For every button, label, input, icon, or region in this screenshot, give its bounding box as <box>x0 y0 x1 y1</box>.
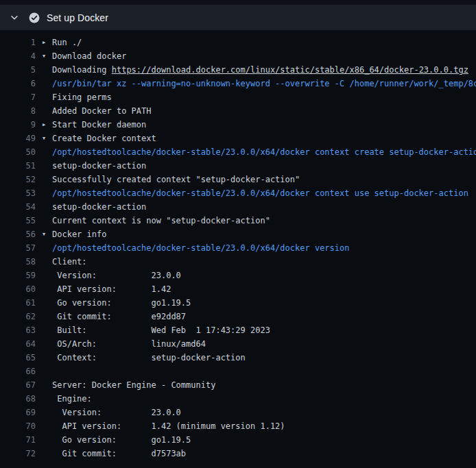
log-text: Current context is now "setup-docker-act… <box>52 214 270 227</box>
line-number[interactable]: 64 <box>0 337 36 351</box>
marker-spacer <box>43 200 52 214</box>
line-number[interactable]: 63 <box>0 323 36 337</box>
log-line: 67Server: Docker Engine - Community <box>0 378 476 392</box>
line-number[interactable]: 65 <box>0 351 36 365</box>
log-text: Git commit: d7573ab <box>52 447 186 460</box>
command-text: /opt/hostedtoolcache/docker-stable/23.0.… <box>52 241 349 255</box>
marker-spacer <box>43 433 52 447</box>
log-line: 64 OS/Arch: linux/amd64 <box>0 337 476 351</box>
log-line: 5Downloading https://download.docker.com… <box>0 63 476 77</box>
log-line: 54setup-docker-action <box>0 200 476 214</box>
line-number[interactable]: 62 <box>0 310 36 323</box>
marker-spacer <box>43 447 52 460</box>
group-title[interactable]: Docker info <box>52 227 106 241</box>
step-title: Set up Docker <box>47 12 108 23</box>
log-line: 66 <box>0 365 476 378</box>
line-number[interactable]: 5 <box>0 63 36 77</box>
marker-spacer <box>43 310 52 323</box>
log-line: 62 Git commit: e92dd87 <box>0 310 476 323</box>
log-text: Version: 23.0.0 <box>52 269 181 282</box>
marker-spacer <box>43 296 52 310</box>
log-line: 56▼Docker info <box>0 227 476 241</box>
log-line: 57/opt/hostedtoolcache/docker-stable/23.… <box>0 241 476 255</box>
line-number[interactable]: 9 <box>0 118 36 132</box>
marker-spacer <box>43 419 52 433</box>
line-number[interactable]: 54 <box>0 200 36 214</box>
line-number[interactable]: 67 <box>0 378 36 392</box>
line-number[interactable]: 66 <box>0 365 36 378</box>
log-line: 61 Go version: go1.19.5 <box>0 296 476 310</box>
marker-spacer <box>43 186 52 200</box>
log-text: Downloading <box>52 65 112 75</box>
group-title[interactable]: Start Docker daemon <box>52 118 146 132</box>
line-number[interactable]: 53 <box>0 186 36 200</box>
line-number[interactable]: 68 <box>0 392 36 406</box>
group-expand-icon[interactable]: ▶ <box>43 118 52 132</box>
log-line: 58Client: <box>0 255 476 269</box>
command-text: /opt/hostedtoolcache/docker-stable/23.0.… <box>52 186 468 200</box>
log-text: API version: 1.42 (minimum version 1.12) <box>52 419 285 433</box>
command-text: /usr/bin/tar xz --warning=no-unknown-key… <box>52 77 476 90</box>
log-line: 72 Git commit: d7573ab <box>0 447 476 460</box>
line-number[interactable]: 51 <box>0 159 36 173</box>
marker-spacer <box>43 337 52 351</box>
line-number[interactable]: 1 <box>0 36 36 49</box>
log-line: 7Fixing perms <box>0 90 476 104</box>
line-number[interactable]: 58 <box>0 255 36 269</box>
log-line: 9▶Start Docker daemon <box>0 118 476 132</box>
log-line: 8Added Docker to PATH <box>0 104 476 118</box>
line-number[interactable]: 4 <box>0 49 36 63</box>
group-title[interactable]: Create Docker context <box>52 132 156 145</box>
line-number[interactable]: 7 <box>0 90 36 104</box>
log-text: Client: <box>52 255 87 269</box>
log-link[interactable]: https://download.docker.com/linux/static… <box>112 65 468 75</box>
line-number[interactable]: 56 <box>0 227 36 241</box>
log-line: 50/opt/hostedtoolcache/docker-stable/23.… <box>0 145 476 159</box>
line-number[interactable]: 69 <box>0 406 36 419</box>
line-number[interactable]: 49 <box>0 132 36 145</box>
group-collapse-icon[interactable]: ▼ <box>43 227 52 241</box>
group-expand-icon[interactable]: ▶ <box>43 36 52 49</box>
log-text: Go version: go1.19.5 <box>52 433 191 447</box>
line-number[interactable]: 70 <box>0 419 36 433</box>
line-number[interactable]: 72 <box>0 447 36 460</box>
log-line: 59 Version: 23.0.0 <box>0 269 476 282</box>
line-number[interactable]: 57 <box>0 241 36 255</box>
group-collapse-icon[interactable]: ▼ <box>43 132 52 145</box>
log-text: Added Docker to PATH <box>52 104 152 118</box>
chevron-down-icon[interactable] <box>10 13 21 23</box>
line-number[interactable]: 55 <box>0 214 36 227</box>
log-text: Context: setup-docker-action <box>52 351 246 365</box>
log-line: 63 Built: Wed Feb 1 17:43:29 2023 <box>0 323 476 337</box>
line-number[interactable]: 50 <box>0 145 36 159</box>
log-line: 65 Context: setup-docker-action <box>0 351 476 365</box>
step-header[interactable]: Set up Docker <box>0 5 476 30</box>
group-title[interactable]: Run ./ <box>52 36 82 49</box>
log-line: 69 Version: 23.0.0 <box>0 406 476 419</box>
marker-spacer <box>43 255 52 269</box>
log-line: 53/opt/hostedtoolcache/docker-stable/23.… <box>0 186 476 200</box>
line-number[interactable]: 6 <box>0 77 36 90</box>
marker-spacer <box>43 77 52 90</box>
group-collapse-icon[interactable]: ▼ <box>43 49 52 63</box>
log-line: 60 API version: 1.42 <box>0 282 476 296</box>
marker-spacer <box>43 378 52 392</box>
command-text: /opt/hostedtoolcache/docker-stable/23.0.… <box>52 145 476 159</box>
line-number[interactable]: 60 <box>0 282 36 296</box>
log-text: Built: Wed Feb 1 17:43:29 2023 <box>52 323 270 337</box>
line-number[interactable]: 8 <box>0 104 36 118</box>
marker-spacer <box>43 269 52 282</box>
log-text: Git commit: e92dd87 <box>52 310 186 323</box>
marker-spacer <box>43 241 52 255</box>
log-line: 68 Engine: <box>0 392 476 406</box>
marker-spacer <box>43 63 52 77</box>
log-line: 71 Go version: go1.19.5 <box>0 433 476 447</box>
line-number[interactable]: 59 <box>0 269 36 282</box>
log-text: setup-docker-action <box>52 200 146 214</box>
line-number[interactable]: 71 <box>0 433 36 447</box>
group-title[interactable]: Download docker <box>52 49 126 63</box>
line-number[interactable]: 52 <box>0 173 36 186</box>
marker-spacer <box>43 323 52 337</box>
line-number[interactable]: 61 <box>0 296 36 310</box>
log-line: 6/usr/bin/tar xz --warning=no-unknown-ke… <box>0 77 476 90</box>
